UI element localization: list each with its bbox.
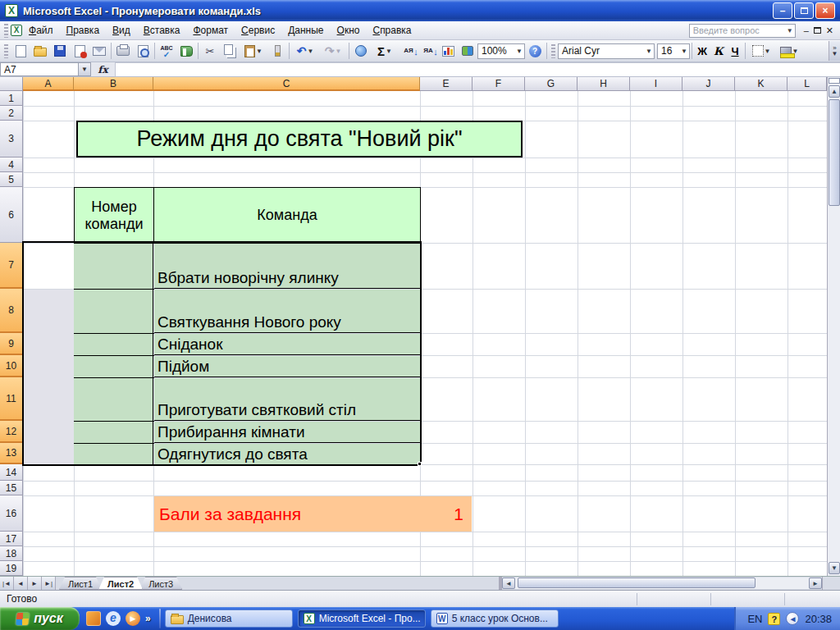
menu-format[interactable]: Формат bbox=[186, 22, 235, 39]
doc-close-button[interactable]: ✕ bbox=[826, 25, 833, 36]
hyperlink-button[interactable] bbox=[351, 42, 371, 60]
col-header-G[interactable]: G bbox=[525, 77, 578, 91]
col-header-H[interactable]: H bbox=[578, 77, 630, 91]
row-header-19[interactable]: 19 bbox=[0, 561, 23, 576]
menu-tools[interactable]: Сервис bbox=[235, 22, 281, 39]
print-preview-button[interactable] bbox=[133, 42, 153, 60]
redo-dropdown-icon[interactable]: ▼ bbox=[335, 48, 341, 55]
menu-view[interactable]: Вид bbox=[106, 22, 137, 39]
col-header-I[interactable]: I bbox=[630, 77, 682, 91]
italic-button[interactable]: К bbox=[710, 45, 727, 57]
internet-explorer-icon[interactable]: e bbox=[106, 611, 121, 626]
row-header-18[interactable]: 18 bbox=[0, 546, 23, 561]
sort-ascending-button[interactable]: АЯ bbox=[399, 42, 418, 60]
horizontal-scrollbar[interactable] bbox=[515, 578, 809, 589]
toolbar-options-button[interactable]: »▼ bbox=[829, 41, 840, 61]
header-cell-number[interactable]: Номер команди bbox=[74, 187, 154, 244]
col-header-F[interactable]: F bbox=[472, 77, 525, 91]
bold-button[interactable]: Ж bbox=[694, 45, 710, 57]
task-button-excel[interactable]: X Microsoft Excel - Про... bbox=[298, 609, 426, 628]
font-size-dropdown-icon[interactable]: ▼ bbox=[678, 48, 687, 55]
scroll-up-icon[interactable]: ▲ bbox=[829, 85, 840, 98]
zoom-dropdown-icon[interactable]: ▼ bbox=[514, 48, 523, 55]
tab-first-icon[interactable]: |◄ bbox=[0, 577, 14, 590]
cell-C13[interactable]: Одягнутися до свята bbox=[154, 444, 420, 464]
print-button[interactable] bbox=[113, 42, 133, 60]
chart-wizard-button[interactable] bbox=[438, 42, 458, 60]
undo-button[interactable]: ↶▼ bbox=[291, 42, 319, 60]
col-header-B[interactable]: B bbox=[74, 77, 153, 91]
borders-button[interactable]: ▼ bbox=[747, 42, 775, 60]
col-header-A[interactable]: A bbox=[23, 77, 74, 91]
paste-button[interactable]: ▼ bbox=[240, 42, 267, 60]
hscroll-thumb[interactable] bbox=[518, 578, 756, 588]
underline-button[interactable]: Ч bbox=[727, 45, 743, 57]
row-header-2[interactable]: 2 bbox=[0, 106, 23, 121]
formula-input[interactable] bbox=[116, 62, 840, 76]
new-button[interactable] bbox=[11, 42, 30, 60]
hide-icons-chevron[interactable]: ◄ bbox=[786, 612, 799, 625]
cell-C11[interactable]: Приготувати святковий стіл bbox=[154, 378, 420, 421]
col-header-J[interactable]: J bbox=[682, 77, 735, 91]
save-button[interactable] bbox=[50, 42, 70, 60]
col-header-L[interactable]: L bbox=[788, 77, 827, 91]
menu-edit[interactable]: Правка bbox=[60, 22, 107, 39]
autosum-button[interactable]: Σ▼ bbox=[371, 42, 399, 60]
menu-data[interactable]: Данные bbox=[281, 22, 330, 39]
copy-button[interactable] bbox=[220, 42, 240, 60]
row-header-15[interactable]: 15 bbox=[0, 481, 23, 495]
task-button-folder[interactable]: Денисова bbox=[165, 609, 293, 628]
select-all-corner[interactable] bbox=[0, 77, 23, 91]
help-button[interactable]: ? bbox=[525, 42, 545, 60]
hscroll-left-icon[interactable]: ◄ bbox=[502, 578, 515, 589]
fill-handle[interactable] bbox=[418, 462, 422, 466]
tab-sheet2[interactable]: Лист2 bbox=[98, 577, 143, 590]
doc-minimize-button[interactable]: – bbox=[804, 25, 809, 35]
ask-question-input[interactable]: Введите вопрос▼ bbox=[689, 24, 796, 38]
hscroll-right-icon[interactable]: ► bbox=[809, 578, 822, 589]
media-player-icon[interactable]: ▶ bbox=[126, 611, 140, 626]
row-header-12[interactable]: 12 bbox=[0, 421, 23, 443]
paste-dropdown-icon[interactable]: ▼ bbox=[256, 48, 262, 55]
cell-C12[interactable]: Прибирання кімнати bbox=[154, 422, 420, 443]
spelling-button[interactable]: АВС bbox=[157, 42, 176, 60]
research-button[interactable] bbox=[176, 42, 196, 60]
doc-restore-button[interactable] bbox=[814, 27, 821, 34]
font-size-combo[interactable]: 16▼ bbox=[657, 43, 690, 59]
zoom-combo[interactable]: 100%▼ bbox=[477, 43, 525, 59]
row-header-1[interactable]: 1 bbox=[0, 91, 23, 106]
row-header-4[interactable]: 4 bbox=[0, 158, 23, 172]
autosum-dropdown-icon[interactable]: ▼ bbox=[386, 48, 392, 55]
row-header-10[interactable]: 10 bbox=[0, 355, 23, 377]
redo-button[interactable]: ↷▼ bbox=[319, 42, 347, 60]
menu-window[interactable]: Окно bbox=[331, 22, 367, 39]
sort-descending-button[interactable]: ЯА bbox=[418, 42, 438, 60]
score-cell[interactable]: Бали за завдання 1 bbox=[154, 496, 472, 532]
format-painter-button[interactable] bbox=[267, 42, 287, 60]
menu-insert[interactable]: Вставка bbox=[137, 22, 187, 39]
sheet-title-cell[interactable]: Режим дня до свята "Новий рік" bbox=[76, 121, 523, 158]
name-box[interactable]: A7 bbox=[0, 62, 79, 76]
tab-next-icon[interactable]: ► bbox=[28, 577, 42, 590]
row-header-8[interactable]: 8 bbox=[0, 289, 23, 333]
restore-button[interactable] bbox=[794, 2, 814, 19]
col-header-K[interactable]: K bbox=[735, 77, 788, 91]
language-indicator[interactable]: EN bbox=[747, 613, 762, 625]
split-box[interactable] bbox=[829, 78, 840, 84]
row-header-16[interactable]: 16 bbox=[0, 495, 23, 532]
tab-sheet3[interactable]: Лист3 bbox=[139, 577, 182, 590]
start-button[interactable]: пуск bbox=[0, 607, 80, 630]
menu-file[interactable]: Файл bbox=[22, 22, 60, 39]
quick-launch-app-icon[interactable] bbox=[86, 611, 101, 626]
cell-C8[interactable]: Святкування Нового року bbox=[154, 290, 420, 333]
undo-dropdown-icon[interactable]: ▼ bbox=[307, 48, 313, 55]
row-header-3[interactable]: 3 bbox=[0, 121, 23, 158]
col-header-E[interactable]: E bbox=[420, 77, 472, 91]
help-tray-icon[interactable]: ? bbox=[768, 613, 780, 625]
selected-range-colA[interactable] bbox=[24, 290, 74, 464]
row-header-13[interactable]: 13 bbox=[0, 443, 23, 464]
row-header-14[interactable]: 14 bbox=[0, 464, 23, 481]
col-header-C[interactable]: C bbox=[153, 77, 420, 91]
question-dropdown-icon[interactable]: ▼ bbox=[787, 27, 793, 34]
row-header-5[interactable]: 5 bbox=[0, 172, 23, 187]
